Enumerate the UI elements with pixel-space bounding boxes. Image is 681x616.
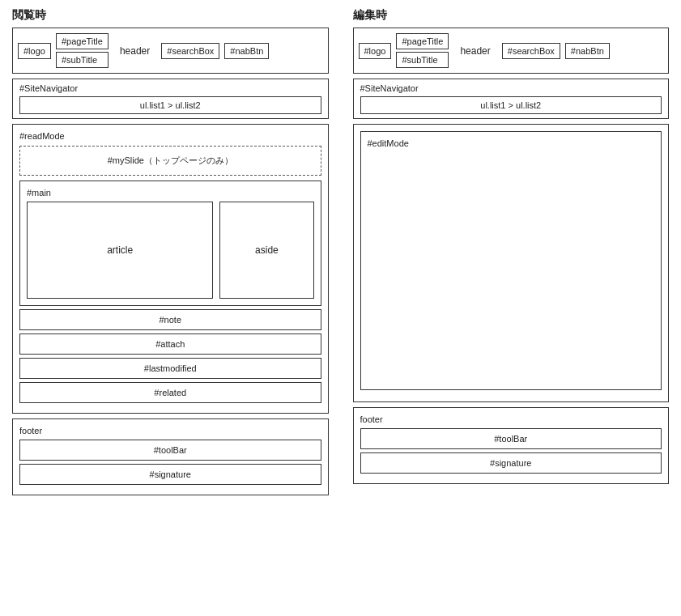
browse-my-slide: #mySlide（トップページのみ） xyxy=(19,146,321,176)
edit-toolbar: #toolBar xyxy=(360,428,662,449)
browse-header-label: header xyxy=(113,43,156,59)
edit-navigator-inner: ul.list1 > ul.list2 xyxy=(360,96,662,114)
browse-navigator-label: #SiteNavigator xyxy=(19,83,321,93)
browse-site-navigator: #SiteNavigator ul.list1 > ul.list2 xyxy=(12,79,329,119)
browse-lastmodified: #lastmodified xyxy=(19,358,321,379)
browse-footer: footer #toolBar #signature xyxy=(12,418,329,495)
edit-mode-inner: #editMode xyxy=(360,131,662,390)
edit-mode-label: #editMode xyxy=(368,138,655,148)
edit-nab-btn: #nabBtn xyxy=(565,43,610,59)
edit-column: 編集時 #logo #pageTitle #subTitle header #s… xyxy=(353,8,670,484)
edit-edit-mode: #editMode xyxy=(353,124,670,402)
browse-title-stack: #pageTitle #subTitle xyxy=(56,33,109,68)
edit-footer: footer #toolBar #signature xyxy=(353,407,670,484)
edit-header: #logo #pageTitle #subTitle header #searc… xyxy=(353,28,670,74)
edit-sub-title: #subTitle xyxy=(396,52,449,68)
browse-read-mode-label: #readMode xyxy=(19,131,321,141)
browse-navigator-inner: ul.list1 > ul.list2 xyxy=(19,96,321,114)
edit-footer-label: footer xyxy=(360,414,662,424)
browse-note: #note xyxy=(19,309,321,330)
edit-navigator-label: #SiteNavigator xyxy=(360,83,662,93)
browse-page-title: #pageTitle xyxy=(56,33,109,49)
browse-article: article xyxy=(27,202,213,299)
edit-search-box: #searchBox xyxy=(502,43,560,59)
browse-signature: #signature xyxy=(19,464,321,485)
edit-header-label: header xyxy=(453,43,496,59)
browse-main-label: #main xyxy=(27,188,314,198)
edit-title-stack: #pageTitle #subTitle xyxy=(396,33,449,68)
browse-attach: #attach xyxy=(19,333,321,355)
browse-main: #main article aside xyxy=(19,181,321,306)
edit-page-title: #pageTitle xyxy=(396,33,449,49)
edit-logo: #logo xyxy=(359,43,392,59)
browse-aside: aside xyxy=(219,202,313,299)
browse-nab-btn: #nabBtn xyxy=(224,43,269,59)
browse-title: 閲覧時 xyxy=(12,8,329,23)
edit-title: 編集時 xyxy=(353,8,670,23)
browse-toolbar: #toolBar xyxy=(19,440,321,461)
edit-signature: #signature xyxy=(360,452,662,474)
browse-related: #related xyxy=(19,382,321,403)
edit-site-navigator: #SiteNavigator ul.list1 > ul.list2 xyxy=(353,79,670,119)
browse-column: 閲覧時 #logo #pageTitle #subTitle header #s… xyxy=(12,8,329,495)
browse-footer-label: footer xyxy=(19,426,321,435)
browse-sub-title: #subTitle xyxy=(56,52,109,68)
browse-main-inner: article aside xyxy=(27,202,314,299)
browse-header: #logo #pageTitle #subTitle header #searc… xyxy=(12,28,329,74)
browse-search-box: #searchBox xyxy=(161,43,219,59)
browse-logo: #logo xyxy=(18,43,51,59)
browse-read-mode: #readMode #mySlide（トップページのみ） #main artic… xyxy=(12,124,329,414)
